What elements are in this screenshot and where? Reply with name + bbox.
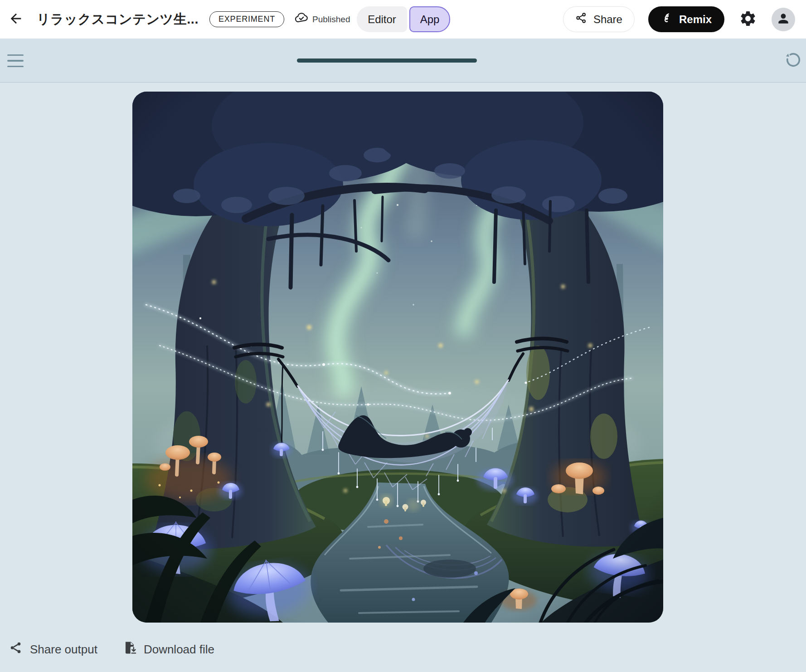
forest-hammock-illustration <box>132 92 663 623</box>
app-header: リラックスコンテンツ生... EXPERIMENT Published Edit… <box>0 0 806 39</box>
gear-icon <box>739 10 757 29</box>
tab-editor[interactable]: Editor <box>357 6 407 32</box>
page-title: リラックスコンテンツ生... <box>37 10 199 29</box>
share-label: Share <box>593 13 622 26</box>
header-right-group: Share Remix <box>563 6 795 32</box>
share-output-label: Share output <box>30 643 97 657</box>
published-status: Published <box>294 11 350 28</box>
person-icon <box>776 11 791 27</box>
generated-image <box>132 92 663 623</box>
remix-label: Remix <box>679 13 712 26</box>
hamburger-menu-icon <box>7 54 24 56</box>
progress-bar <box>297 58 477 63</box>
published-label: Published <box>312 15 350 24</box>
download-file-label: Download file <box>144 643 214 657</box>
back-arrow-icon <box>8 11 24 28</box>
share-button[interactable]: Share <box>563 6 635 32</box>
app-window: リラックスコンテンツ生... EXPERIMENT Published Edit… <box>0 0 806 672</box>
remix-squiggle-icon <box>661 12 673 27</box>
share-output-button[interactable]: Share output <box>6 640 100 658</box>
rotate-left-icon <box>784 50 803 71</box>
remix-button[interactable]: Remix <box>648 6 724 32</box>
tab-app[interactable]: App <box>409 6 450 32</box>
download-file-button[interactable]: Download file <box>120 640 217 658</box>
share-output-icon <box>9 641 23 658</box>
hamburger-menu-button[interactable] <box>5 51 24 71</box>
app-toolbar <box>0 39 806 83</box>
share-icon <box>575 12 588 27</box>
download-file-icon <box>123 641 137 658</box>
refresh-button[interactable] <box>783 50 803 70</box>
header-left-group: リラックスコンテンツ生... EXPERIMENT Published <box>7 0 350 39</box>
settings-button[interactable] <box>738 10 758 29</box>
view-toggle: Editor App <box>357 6 450 32</box>
output-actions: Share output Download file <box>6 640 217 658</box>
cloud-done-icon <box>294 11 309 28</box>
experiment-badge: EXPERIMENT <box>209 11 284 27</box>
avatar-button[interactable] <box>772 8 795 31</box>
back-button[interactable] <box>7 10 25 29</box>
